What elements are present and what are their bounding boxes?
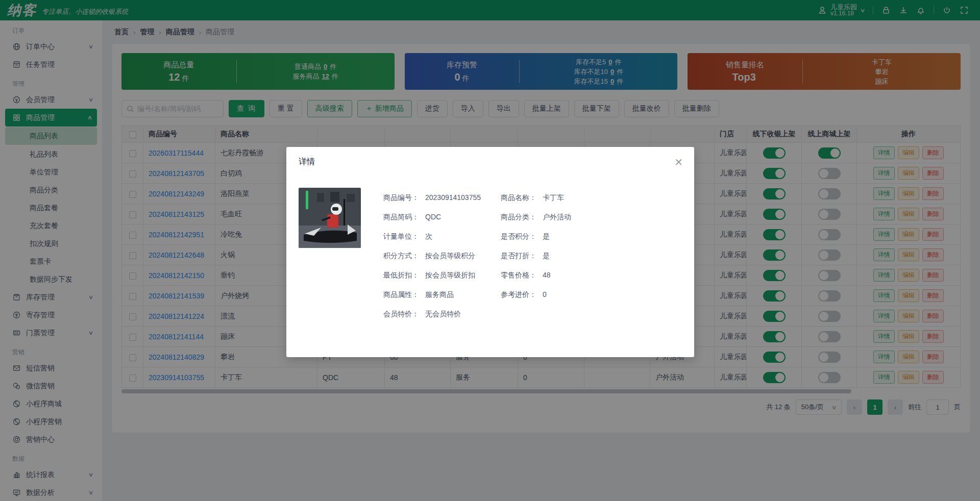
modal-field: 零售价格： 48 xyxy=(501,265,571,285)
modal-field: 积分方式： 按会员等级积分 xyxy=(383,246,501,265)
modal-field: 最低折扣： 按会员等级折扣 xyxy=(383,265,501,285)
modal-field: 计量单位： 次 xyxy=(383,227,501,246)
modal-field: 商品名称： 卡丁车 xyxy=(501,188,571,207)
modal-title: 详情 xyxy=(299,157,315,167)
close-icon[interactable]: ✕ xyxy=(674,158,683,166)
modal-field: 商品编号： 20230914103755 xyxy=(383,188,501,207)
modal-field: 商品简码： QDC xyxy=(383,207,501,227)
modal-field: 参考进价： 0 xyxy=(501,285,571,304)
product-image xyxy=(299,188,361,248)
detail-modal: 详情 ✕ 商品编号： 2023091 xyxy=(286,147,694,357)
modal-field: 商品分类： 户外活动 xyxy=(501,207,571,227)
modal-field: 是否积分： 是 xyxy=(501,227,571,246)
modal-field: 是否打折： 是 xyxy=(501,246,571,265)
modal-field: 会员特价： 无会员特价 xyxy=(383,304,501,323)
modal-field: 商品属性： 服务商品 xyxy=(383,285,501,304)
